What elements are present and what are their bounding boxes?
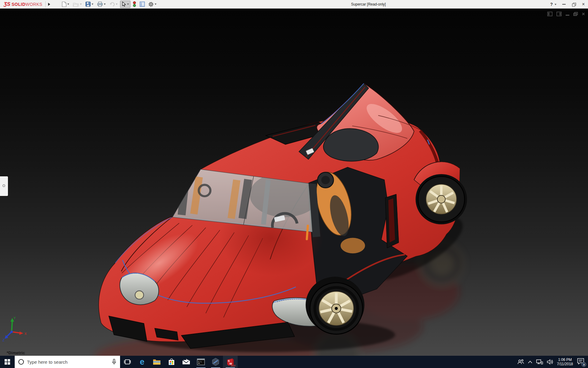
svg-text:C:\: C:\ <box>198 361 202 363</box>
undo-icon <box>109 2 115 6</box>
doc-minimize-icon[interactable] <box>566 15 569 16</box>
properties-button[interactable] <box>138 1 146 8</box>
notification-badge: 3 <box>582 362 586 367</box>
taskbar-app-command-prompt[interactable]: C:\ <box>194 356 208 368</box>
taskbar-app-solidworks[interactable]: S W 2017 <box>223 356 238 368</box>
network-icon[interactable] <box>536 359 543 365</box>
collapsed-panel-tab[interactable] <box>0 176 8 196</box>
clock-date: 7/11/2018 <box>557 362 573 366</box>
restore-button[interactable] <box>571 1 576 7</box>
brand-works: WORKS <box>25 2 42 7</box>
solidworks-window: ƷS SOLID WORKS ▼ ▼ <box>0 0 588 368</box>
display-states-icon <box>133 1 136 7</box>
triad-y-label: Y <box>13 316 16 320</box>
titlebar: ƷS SOLID WORKS ▼ ▼ <box>0 0 588 9</box>
task-view-icon <box>124 359 131 365</box>
new-document-icon <box>62 2 66 7</box>
options-gear-icon <box>148 2 154 7</box>
display-states-button[interactable] <box>131 1 138 8</box>
select-cursor-icon <box>121 2 126 7</box>
dropdown-arrow-icon[interactable]: ▼ <box>67 3 70 6</box>
view-orientation-label: *Dimetric <box>7 351 25 355</box>
brand-solid: SOLID <box>12 2 25 7</box>
taskbar-app-mail[interactable] <box>179 356 194 368</box>
store-icon <box>168 358 175 366</box>
quick-access-toolbar: ▼ ▼ ▼ <box>60 1 158 8</box>
flyout-arrow-icon <box>48 3 50 6</box>
save-button[interactable]: ▼ <box>84 1 95 8</box>
people-icon[interactable] <box>517 359 524 365</box>
action-center-button[interactable]: 3 <box>577 358 585 366</box>
3d-scene[interactable]: Y X Z <box>0 9 588 356</box>
clock-time: 1:06 PM <box>557 358 573 362</box>
windows-logo-icon <box>5 359 10 365</box>
document-window-controls: × <box>547 11 585 17</box>
pane-toggle-icon[interactable] <box>547 12 552 16</box>
edge-icon: e <box>140 358 144 366</box>
show-hidden-icons-chevron[interactable] <box>528 361 532 363</box>
dropdown-arrow-icon[interactable]: ▼ <box>91 3 94 6</box>
solidworks-year-label: 2017 <box>231 365 236 367</box>
file-explorer-icon <box>153 358 161 365</box>
undo-button[interactable]: ▼ <box>108 1 119 8</box>
dropdown-arrow-icon[interactable]: ▼ <box>103 3 106 6</box>
brand-mark: ƷS <box>4 1 10 7</box>
triad-x-label: X <box>24 332 27 335</box>
command-prompt-icon: C:\ <box>197 358 205 365</box>
search-input[interactable] <box>27 359 109 365</box>
dropdown-arrow-icon[interactable]: ▼ <box>554 3 557 6</box>
doc-close-icon[interactable]: × <box>582 11 585 17</box>
dropdown-arrow-icon[interactable]: ▼ <box>126 3 130 6</box>
taskbar-app-store[interactable] <box>164 356 179 368</box>
taskbar-app-file-explorer[interactable] <box>149 356 164 368</box>
cortana-icon <box>18 359 24 365</box>
close-button[interactable]: × <box>581 1 586 7</box>
dropdown-arrow-icon[interactable]: ▼ <box>154 3 157 6</box>
taskbar-app-task-view[interactable] <box>120 356 135 368</box>
properties-icon <box>140 2 145 7</box>
divider <box>45 1 46 7</box>
menu-flyout-button[interactable] <box>46 1 52 8</box>
taskbar-app-edrawings[interactable] <box>208 356 223 368</box>
edrawings-hexagon-icon <box>212 358 220 366</box>
window-controls: ? ▼ × <box>550 0 586 9</box>
dropdown-arrow-icon: ▼ <box>80 3 83 6</box>
options-button[interactable]: ▼ <box>147 1 158 8</box>
taskbar-clock[interactable]: 1:06 PM 7/11/2018 <box>557 358 573 366</box>
system-tray: 1:06 PM 7/11/2018 3 <box>517 356 588 368</box>
mail-icon <box>182 359 190 365</box>
solidworks-logo: ƷS SOLID WORKS <box>0 1 45 7</box>
new-document-button[interactable]: ▼ <box>60 1 71 8</box>
open-button[interactable]: ▼ <box>72 1 83 8</box>
microphone-icon[interactable] <box>112 359 116 365</box>
window-title: Supercar [Read-only] <box>351 0 386 9</box>
doc-restore-icon[interactable] <box>573 12 578 16</box>
help-glyph: ? <box>550 2 553 7</box>
dropdown-arrow-icon: ▼ <box>115 3 118 6</box>
side-intake <box>385 194 399 248</box>
pin-icon <box>2 184 5 187</box>
print-button[interactable]: ▼ <box>96 1 107 8</box>
triad-z-label: Z <box>2 338 5 342</box>
taskbar-search[interactable] <box>15 356 120 368</box>
close-icon: × <box>582 2 585 7</box>
windows-taskbar: e <box>0 356 588 368</box>
select-tool-button[interactable]: ▼ <box>120 1 130 8</box>
pane-toggle-right-icon[interactable] <box>556 12 562 16</box>
print-icon <box>97 2 103 7</box>
orientation-triad[interactable]: Y X Z <box>2 316 27 342</box>
start-button[interactable] <box>0 356 15 368</box>
graphics-viewport[interactable]: Y X Z × *Dimetric <box>0 9 588 356</box>
minimize-icon <box>562 4 566 5</box>
help-button[interactable]: ? ▼ <box>550 2 557 7</box>
open-icon <box>73 2 79 7</box>
minimize-button[interactable] <box>561 1 567 7</box>
save-icon <box>85 2 91 7</box>
restore-icon <box>572 3 575 6</box>
volume-icon[interactable] <box>547 359 553 365</box>
taskbar-app-edge[interactable]: e <box>135 356 149 368</box>
